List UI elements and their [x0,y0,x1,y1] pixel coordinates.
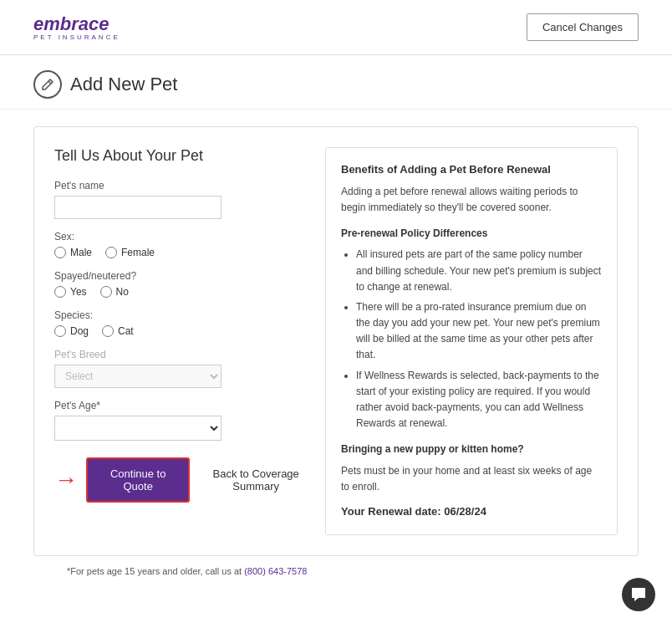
age-select[interactable]: Under 1 year 1 year 2 years 3 years 4 ye… [54,416,221,441]
info-title: Benefits of Adding a Pet Before Renewal [341,161,602,179]
pet-name-input[interactable] [54,196,221,219]
puppy-text: Pets must be in your home and at least s… [341,463,602,495]
species-dog-radio[interactable] [54,325,66,337]
cancel-changes-button[interactable]: Cancel Changes [527,13,639,41]
breed-label: Pet's Breed [54,349,305,360]
spayed-radio-group: Yes No [54,286,305,298]
sex-radio-group: Male Female [54,247,305,258]
sex-female-option[interactable]: Female [105,247,155,258]
page-title: Add New Pet [70,74,177,95]
page-title-section: Add New Pet [0,55,672,110]
sex-male-label: Male [70,247,92,258]
sex-male-radio[interactable] [54,247,66,258]
sex-female-label: Female [121,247,155,258]
back-to-coverage-button[interactable]: Back to Coverage Summary [206,467,305,493]
species-cat-option[interactable]: Cat [102,325,134,337]
species-cat-label: Cat [118,325,134,337]
species-dog-option[interactable]: Dog [54,325,89,337]
buttons-row: → Continue to Quote Back to Coverage Sum… [54,457,305,503]
spayed-no-option[interactable]: No [100,286,129,298]
info-intro: Adding a pet before renewal allows waiti… [341,184,602,216]
logo: embrace PET INSURANCE [33,13,120,41]
right-panel: Benefits of Adding a Pet Before Renewal … [325,147,618,535]
sex-female-radio[interactable] [105,247,117,258]
logo-sub: PET INSURANCE [33,33,120,41]
spayed-no-label: No [116,286,129,298]
footnote-text: *For pets age 15 years and older, call u… [67,566,242,576]
pet-name-group: Pet's name [54,180,305,219]
form-section-title: Tell Us About Your Pet [54,147,305,165]
breed-group: Pet's Breed Select [54,349,305,388]
renewal-date: Your Renewal date: 06/28/24 [341,503,602,521]
species-radio-group: Dog Cat [54,325,305,337]
breed-select[interactable]: Select [54,365,221,388]
left-panel: Tell Us About Your Pet Pet's name Sex: M… [54,147,305,535]
logo-text: embrace [33,13,109,35]
species-group: Species: Dog Cat [54,309,305,337]
differences-list: All insured pets are part of the same po… [341,247,602,431]
differences-item-3: If Wellness Rewards is selected, back-pa… [356,368,602,432]
spayed-yes-radio[interactable] [54,286,66,298]
footnote: *For pets age 15 years and older, call u… [33,556,639,586]
main-content: Tell Us About Your Pet Pet's name Sex: M… [0,110,672,603]
differences-item-1: All insured pets are part of the same po… [356,247,602,295]
spayed-yes-option[interactable]: Yes [54,286,87,298]
sex-group: Sex: Male Female [54,231,305,258]
species-cat-radio[interactable] [102,325,114,337]
differences-item-2: There will be a pro-rated insurance prem… [356,299,602,364]
age-label: Pet's Age* [54,400,305,411]
species-label: Species: [54,309,305,321]
age-group: Pet's Age* Under 1 year 1 year 2 years 3… [54,400,305,441]
chat-bubble-button[interactable] [622,578,655,611]
sex-label: Sex: [54,231,305,243]
pet-name-label: Pet's name [54,180,305,191]
edit-icon [33,70,62,99]
spayed-group: Spayed/neutered? Yes No [54,270,305,298]
footnote-phone-link[interactable]: (800) 643-7578 [244,566,307,576]
form-card: Tell Us About Your Pet Pet's name Sex: M… [33,126,639,556]
header: embrace PET INSURANCE Cancel Changes [0,0,672,55]
species-dog-label: Dog [70,325,89,337]
continue-to-quote-button[interactable]: Continue to Quote [86,457,190,503]
spayed-no-radio[interactable] [100,286,112,298]
sex-male-option[interactable]: Male [54,247,92,258]
spayed-label: Spayed/neutered? [54,270,305,282]
puppy-title: Bringing a new puppy or kitten home? [341,442,602,457]
arrow-indicator: → [54,467,78,493]
differences-title: Pre-renewal Policy Differences [341,226,602,242]
spayed-yes-label: Yes [70,286,87,298]
